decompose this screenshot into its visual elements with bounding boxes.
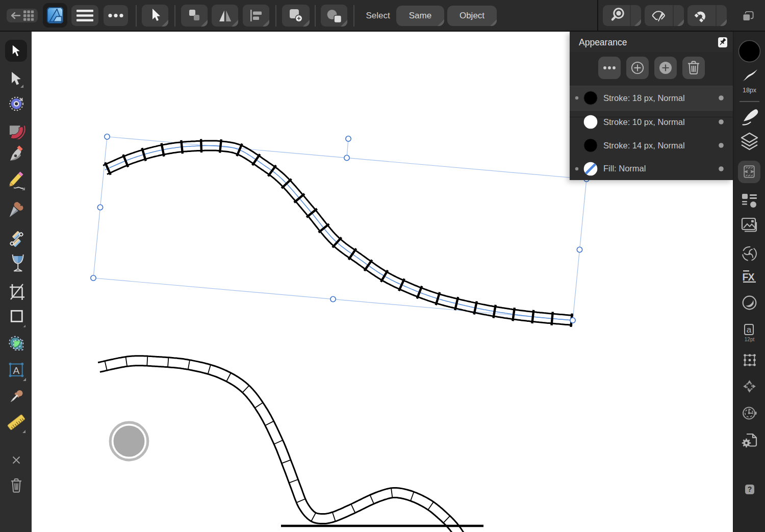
svg-text:A: A [13,365,20,376]
svg-text:a: a [747,324,752,334]
svg-text:FX: FX [743,271,754,283]
